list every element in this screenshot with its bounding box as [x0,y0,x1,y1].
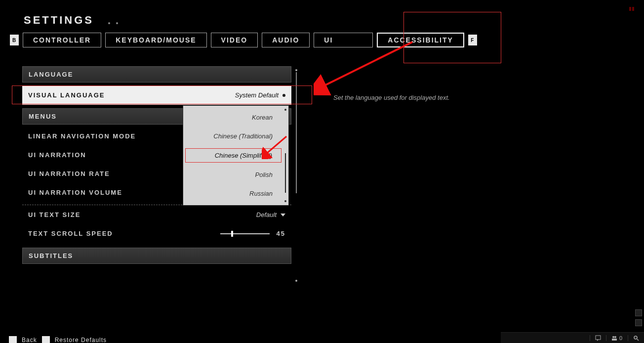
slider-knob[interactable] [231,231,233,237]
scrollbar-bottom-icon [295,280,297,282]
title-decoration [105,17,121,26]
tab-ui[interactable]: UI [314,33,373,47]
side-dock-icon[interactable] [635,309,642,316]
scrollbar-top-icon [295,69,297,71]
dot-icon [282,94,285,97]
svg-line-7 [637,339,639,341]
tab-label: VIDEO [221,36,248,44]
row-label: UI NARRATION RATE [28,170,110,177]
svg-point-3 [612,336,614,338]
scrollbar-thumb[interactable] [296,72,297,193]
text-scroll-slider[interactable] [220,233,270,234]
row-text-scroll-speed[interactable]: TEXT SCROLL SPEED 45 [22,225,291,243]
tab-video[interactable]: VIDEO [211,33,258,47]
key-icon [9,336,17,343]
settings-header: SETTINGS [24,14,121,27]
svg-rect-5 [612,339,617,341]
slider-wrap: 45 [220,230,285,237]
dropdown-item-polish[interactable]: Polish [185,168,282,181]
row-ui-text-size[interactable]: UI TEXT SIZE Default [22,206,291,224]
status-chat-icon[interactable] [590,335,606,341]
chat-icon [595,335,601,341]
svg-rect-2 [596,336,601,340]
dropdown-scrollbar[interactable] [284,109,286,202]
tab-label: AUDIO [272,36,299,44]
svg-line-0 [322,42,412,86]
language-dropdown[interactable]: Korean Chinese (Traditional) Chinese (Si… [183,105,289,206]
tab-label: CONTROLLER [33,36,91,44]
row-label: LINEAR NAVIGATION MODE [28,132,136,140]
help-text: Set the language used for displayed text… [333,94,450,101]
status-count: 0 [619,335,623,341]
dropdown-item-russian[interactable]: Russian [185,187,282,200]
row-value-text: Default [256,211,277,218]
svg-point-4 [614,336,616,338]
row-label: TEXT SCROLL SPEED [28,230,113,237]
footer-hints: Back Restore Defaults [9,336,107,343]
window-indicator [629,7,636,11]
slider-value: 45 [277,230,285,237]
list-scrollbar[interactable] [295,69,297,282]
row-label: UI NARRATION VOLUME [28,189,122,196]
row-visual-language[interactable]: VISUAL LANGUAGE System Default [22,86,291,105]
tab-keyboard-mouse[interactable]: KEYBOARD/MOUSE [105,33,206,47]
scrollbar-bottom-icon [284,200,286,202]
chevron-down-icon [281,214,285,216]
dropdown-item-chinese-traditional[interactable]: Chinese (Traditional) [185,129,282,143]
row-label: UI TEXT SIZE [28,211,80,218]
tab-label: ACCESSIBILITY [388,36,453,44]
key-icon [42,336,50,343]
page-title: SETTINGS [24,14,94,27]
search-icon [633,335,639,341]
users-icon [611,335,617,341]
svg-point-6 [634,336,637,339]
restore-hint: Restore Defaults [55,337,107,343]
status-search[interactable] [628,335,644,341]
section-header-language: LANGUAGE [22,66,291,83]
status-users[interactable]: 0 [606,335,628,341]
tab-accessibility[interactable]: ACCESSIBILITY [377,33,464,47]
dropdown-item-korean[interactable]: Korean [185,111,282,124]
bumper-right-icon[interactable]: F [468,35,477,45]
section-header-subtitles: SUBTITLES [22,248,291,264]
dropdown-item-chinese-simplified[interactable]: Chinese (Simplified) [185,148,282,163]
tab-label: UI [324,36,333,44]
row-value-text: System Default [235,91,279,99]
side-dock [635,309,642,326]
side-dock-icon[interactable] [635,319,642,326]
tab-bar: B CONTROLLER KEYBOARD/MOUSE VIDEO AUDIO … [10,33,477,47]
row-label: UI NARRATION [28,151,86,159]
row-label: VISUAL LANGUAGE [28,91,105,99]
row-value: Default [256,211,285,218]
scrollbar-thumb[interactable] [285,153,286,193]
scrollbar-top-icon [284,109,286,111]
bumper-left-icon[interactable]: B [10,35,19,45]
tab-audio[interactable]: AUDIO [262,33,310,47]
row-value: System Default [235,91,285,99]
tab-label: KEYBOARD/MOUSE [116,36,196,44]
back-hint: Back [22,337,37,343]
tab-controller[interactable]: CONTROLLER [23,33,101,47]
status-bar: 0 [501,332,644,343]
